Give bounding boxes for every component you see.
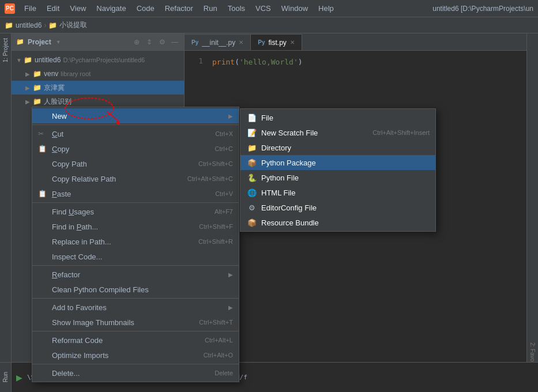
settings-icon[interactable]: ⚙	[157, 37, 167, 47]
minimize-icon[interactable]: —	[170, 37, 179, 47]
sub-scratch-label: New Scratch File	[261, 129, 373, 137]
tab-fist[interactable]: Py fist.py ✕	[251, 34, 302, 50]
sub-file[interactable]: 📄 File	[240, 110, 435, 125]
tree-arrow-root: ▼	[16, 57, 23, 63]
menu-help[interactable]: Help	[314, 3, 338, 14]
tree-label-root-path: D:\PycharmProjects\untitled6	[63, 56, 145, 63]
ctx-copy-relative-path[interactable]: Copy Relative Path Ctrl+Alt+Shift+C	[32, 171, 239, 186]
ctx-sep-3	[32, 265, 239, 266]
tree-arrow-jjj: ▶	[25, 85, 32, 91]
ctx-cut-label: Cut	[52, 130, 215, 138]
breadcrumb: 📁 untitled6 › 📁 小说提取	[0, 17, 538, 33]
right-sidebar-strip: 2: Favorites	[526, 33, 538, 375]
sub-editorconfig-icon: ⚙	[246, 203, 258, 212]
ctx-refactor[interactable]: Refactor ▶	[32, 267, 239, 282]
collapse-icon[interactable]: ⇕	[145, 37, 154, 47]
ctx-add-favorites[interactable]: Add to Favorites ▶	[32, 300, 239, 315]
ctx-reformat[interactable]: Reformat Code Ctrl+Alt+L	[32, 333, 239, 348]
ctx-optimize[interactable]: Optimize Imports Ctrl+Alt+O	[32, 348, 239, 363]
ctx-copy-path-label: Copy Path	[52, 160, 198, 168]
project-header: 📁 Project ▼ ⊕ ⇕ ⚙ —	[12, 33, 184, 51]
sub-pypkg-icon: 📦	[246, 158, 258, 167]
sub-file-icon: 📄	[246, 113, 258, 122]
tab-icon-fist: Py	[258, 39, 265, 46]
ctx-refactor-label: Refactor	[52, 270, 226, 279]
sub-resource-label: Resource Bundle	[261, 218, 430, 227]
locate-icon[interactable]: ⊕	[132, 37, 141, 47]
ctx-sep-2	[32, 202, 239, 203]
menu-view[interactable]: View	[65, 3, 91, 14]
ctx-find-path[interactable]: Find in Path... Ctrl+Shift+F	[32, 219, 239, 234]
ctx-copy-rel-label: Copy Relative Path	[52, 175, 187, 183]
tree-root[interactable]: ▼ 📁 untitled6 D:\PycharmProjects\untitle…	[12, 53, 184, 67]
sub-resource[interactable]: 📦 Resource Bundle	[240, 215, 435, 230]
ctx-refactor-arrow: ▶	[228, 272, 233, 278]
ctx-find-usages-shortcut: Alt+F7	[215, 208, 233, 215]
run-play-icon[interactable]: ▶	[16, 373, 22, 382]
sub-editorconfig-label: EditorConfig File	[261, 203, 430, 212]
tab-close-init[interactable]: ✕	[239, 39, 243, 46]
breadcrumb-folder[interactable]: 小说提取	[59, 20, 87, 30]
folder-icon-jjj: 📁	[32, 83, 42, 92]
ctx-cut[interactable]: ✂ Cut Ctrl+X	[32, 126, 239, 141]
sub-pyfile[interactable]: 🐍 Python File	[240, 170, 435, 185]
run-label[interactable]: Run	[2, 372, 9, 382]
sub-editorconfig[interactable]: ⚙ EditorConfig File	[240, 200, 435, 215]
ctx-find-usages-label: Find Usages	[52, 208, 215, 216]
tree-label-venv-note: library root	[61, 70, 91, 77]
window-title: untitled6 [D:\PycharmProjects\un	[432, 5, 533, 13]
menu-tools[interactable]: Tools	[223, 3, 250, 14]
ctx-favorites-arrow: ▶	[228, 304, 233, 311]
sub-dir[interactable]: 📁 Directory	[240, 140, 435, 155]
sub-html[interactable]: 🌐 HTML File	[240, 185, 435, 200]
tab-close-fist[interactable]: ✕	[290, 39, 295, 46]
sub-pypkg[interactable]: 📦 Python Package	[240, 155, 435, 170]
ctx-copy-shortcut: Ctrl+C	[215, 145, 233, 152]
ctx-copy-path-shortcut: Ctrl+Shift+C	[198, 160, 233, 167]
ctx-replace-path-label: Replace in Path...	[52, 238, 198, 246]
tree-folder-jjj[interactable]: ▶ 📁 京津冀	[12, 81, 184, 95]
menu-vcs[interactable]: VCS	[251, 3, 276, 14]
tree-label-jjj: 京津冀	[44, 83, 65, 93]
sub-html-label: HTML File	[261, 189, 430, 197]
tab-icon-init: Py	[191, 39, 198, 46]
ctx-clean-compiled[interactable]: Clean Python Compiled Files	[32, 282, 239, 297]
menu-navigate[interactable]: Navigate	[92, 3, 130, 14]
menu-edit[interactable]: Edit	[42, 3, 64, 14]
tree-arrow-face: ▶	[25, 99, 32, 105]
ctx-delete[interactable]: Delete... Delete	[32, 365, 239, 380]
ctx-thumbnails[interactable]: Show Image Thumbnails Ctrl+Shift+T	[32, 315, 239, 330]
breadcrumb-project[interactable]: untitled6	[16, 21, 42, 29]
ctx-copy-rel-shortcut: Ctrl+Alt+Shift+C	[187, 175, 233, 182]
sub-dir-icon: 📁	[246, 143, 258, 152]
tab-bar: Py __init__.py ✕ Py fist.py ✕	[185, 33, 538, 51]
ctx-paste-label: Paste	[52, 190, 215, 198]
ctx-clean-label: Clean Python Compiled Files	[52, 285, 233, 294]
ctx-new[interactable]: New ▶ 📄 File 📝 New Scratch File Ctrl+Alt…	[32, 108, 239, 123]
ctx-paste-shortcut: Ctrl+V	[215, 190, 233, 197]
sub-scratch[interactable]: 📝 New Scratch File Ctrl+Alt+Shift+Insert	[240, 125, 435, 140]
ctx-copy[interactable]: 📋 Copy Ctrl+C	[32, 141, 239, 156]
ctx-favorites-label: Add to Favorites	[52, 303, 226, 312]
menu-bar: File Edit View Navigate Code Refactor Ru…	[20, 3, 338, 14]
menu-code[interactable]: Code	[132, 3, 159, 14]
ctx-optimize-shortcut: Ctrl+Alt+O	[204, 352, 233, 359]
sub-resource-icon: 📦	[246, 218, 258, 227]
project-panel-label[interactable]: 1: Project	[2, 36, 9, 65]
project-panel-title: Project	[28, 38, 51, 46]
ctx-find-usages[interactable]: Find Usages Alt+F7	[32, 204, 239, 219]
sub-file-label: File	[261, 114, 430, 122]
ctx-paste[interactable]: 📋 Paste Ctrl+V	[32, 186, 239, 201]
ctx-copy-path[interactable]: Copy Path Ctrl+Shift+C	[32, 156, 239, 171]
ctx-inspect[interactable]: Inspect Code...	[32, 249, 239, 264]
sub-pypkg-label: Python Package	[261, 159, 430, 167]
menu-file[interactable]: File	[20, 3, 41, 14]
ctx-replace-path[interactable]: Replace in Path... Ctrl+Shift+R	[32, 234, 239, 249]
tab-init[interactable]: Py __init__.py ✕	[185, 34, 251, 50]
ctx-thumbnails-label: Show Image Thumbnails	[52, 318, 199, 327]
menu-refactor[interactable]: Refactor	[160, 3, 198, 14]
menu-run[interactable]: Run	[199, 3, 222, 14]
tree-venv[interactable]: ▶ 📁 venv library root	[12, 67, 184, 81]
menu-window[interactable]: Window	[277, 3, 313, 14]
left-sidebar-strip: 1: Project	[0, 33, 12, 375]
